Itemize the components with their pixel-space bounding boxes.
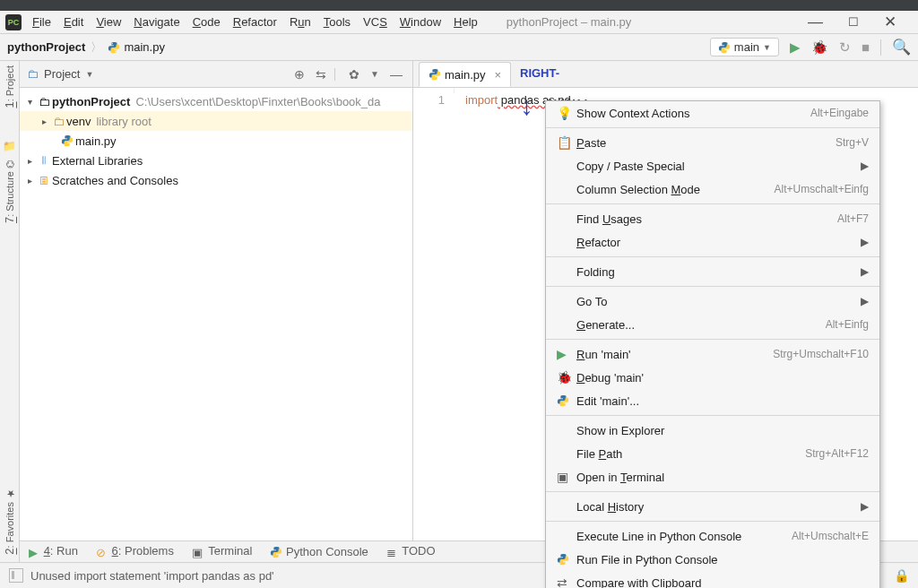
run-button-icon[interactable]: ▶ xyxy=(790,39,801,56)
status-message: Unused import statement 'import pandas a… xyxy=(30,569,274,583)
tw-problems[interactable]: ⊘ 6: Problems xyxy=(96,544,174,558)
ctx-item[interactable]: ▣Open in Terminal xyxy=(546,465,879,489)
editor-context-menu: 💡Show Context ActionsAlt+Eingabe📋PasteSt… xyxy=(545,100,880,588)
python-file-icon xyxy=(108,41,120,54)
stop-icon[interactable]: ■ xyxy=(862,39,870,55)
tree-file-main[interactable]: main.py xyxy=(20,131,412,151)
menu-vcs[interactable]: VCS xyxy=(358,13,393,31)
window-title: pythonProject – main.py xyxy=(507,15,631,29)
run-config-selector[interactable]: main▼ xyxy=(710,38,779,56)
folder-icon: 🗀 xyxy=(50,115,66,128)
ctx-item[interactable]: Show in Explorer xyxy=(546,419,879,442)
ctx-item[interactable]: Column Selection ModeAlt+Umschalt+Einfg xyxy=(546,177,879,201)
ctx-item[interactable]: 💡Show Context ActionsAlt+Eingabe xyxy=(546,101,879,125)
ctx-item[interactable]: Go To▶ xyxy=(546,290,879,313)
ctx-item[interactable]: Generate...Alt+Einfg xyxy=(546,313,879,336)
ctx-item[interactable]: ⇄Compare with Clipboard xyxy=(546,571,879,588)
debug-button-icon[interactable]: 🐞 xyxy=(811,39,828,56)
menu-help[interactable]: Help xyxy=(448,13,483,31)
chevron-down-icon[interactable]: ▼ xyxy=(85,70,93,79)
menu-view[interactable]: View xyxy=(91,13,126,31)
ctx-item[interactable]: Copy / Paste Special▶ xyxy=(546,154,879,177)
tool-window-rail-left: 1: Project 📁 7: Structure ⌬ 2: Favorites… xyxy=(0,61,20,562)
folder-icon: 📁 xyxy=(3,140,16,152)
maximize-icon[interactable]: ☐ xyxy=(848,15,859,29)
ctx-item[interactable]: File PathStrg+Alt+F12 xyxy=(546,442,879,465)
expand-all-icon[interactable]: ⇆ xyxy=(313,67,329,82)
ctx-item[interactable]: Folding▶ xyxy=(546,260,879,283)
project-tool-window: 🗀 Project ▼ ⊕ ⇆ ✿ ▼ — ▾ 🗀 pythonProject … xyxy=(20,61,412,549)
editor-tab-main[interactable]: main.py × xyxy=(419,62,511,87)
minimize-icon[interactable]: — xyxy=(808,13,823,31)
ctx-item[interactable]: 🐞Debug 'main' xyxy=(546,366,879,389)
close-icon[interactable]: × xyxy=(495,68,502,82)
menu-window[interactable]: Window xyxy=(394,13,446,31)
project-pane-header: 🗀 Project ▼ ⊕ ⇆ ✿ ▼ — xyxy=(20,61,412,88)
lock-icon[interactable]: 🔒 xyxy=(894,568,909,583)
close-icon[interactable]: ✕ xyxy=(884,13,896,31)
ctx-item[interactable]: Refactor▶ xyxy=(546,230,879,254)
folder-icon: 🗀 xyxy=(27,67,39,81)
tree-scratches[interactable]: ▸ 🗏 Scratches and Consoles xyxy=(20,170,412,190)
tw-run[interactable]: ▶ 4: Run xyxy=(29,544,78,558)
app-icon: PC xyxy=(5,14,22,30)
ctx-item[interactable]: 📋PasteStrg+V xyxy=(546,131,879,154)
menu-navigate[interactable]: Navigate xyxy=(128,13,185,31)
editor-tab-bar: main.py × xyxy=(413,61,918,88)
tw-todo[interactable]: ≣ TODO xyxy=(386,544,436,558)
project-tree: ▾ 🗀 pythonProject C:\Users\xcent\Desktop… xyxy=(20,88,412,190)
breadcrumb-file[interactable]: main.py xyxy=(124,40,165,54)
ctx-item[interactable]: Run File in Python Console xyxy=(546,548,879,571)
search-icon[interactable]: 🔍 xyxy=(892,38,911,56)
gear-icon[interactable]: ✿ xyxy=(346,67,362,82)
ctx-item[interactable]: Edit 'main'... xyxy=(546,389,879,412)
tree-root[interactable]: ▾ 🗀 pythonProject C:\Users\xcent\Desktop… xyxy=(20,91,412,111)
menu-code[interactable]: Code xyxy=(187,13,226,31)
rail-structure[interactable]: 7: Structure ⌬ xyxy=(3,160,16,223)
python-file-icon xyxy=(59,134,75,147)
breadcrumb-project[interactable]: pythonProject xyxy=(7,40,85,54)
menu-tools[interactable]: Tools xyxy=(318,13,356,31)
folder-icon: 🗀 xyxy=(36,95,52,108)
gutter: 1 xyxy=(413,88,455,93)
tw-python-console[interactable]: Python Console xyxy=(270,545,368,559)
breadcrumb-bar: pythonProject 〉 main.py main▼ ▶ 🐞 ↻ ■ 🔍 xyxy=(0,33,918,60)
coverage-icon[interactable]: ↻ xyxy=(839,39,851,56)
tree-venv[interactable]: ▸ 🗀 venv library root xyxy=(20,111,412,131)
library-icon: ⫴ xyxy=(36,153,52,168)
scratches-icon: 🗏 xyxy=(36,174,52,187)
ctx-item[interactable]: Local History▶ xyxy=(546,495,879,518)
menu-bar: PC File Edit View Navigate Code Refactor… xyxy=(0,11,918,33)
locate-icon[interactable]: ⊕ xyxy=(291,67,307,82)
hide-icon[interactable]: — xyxy=(387,67,405,82)
svg-point-1 xyxy=(116,50,117,51)
ctx-item[interactable]: Execute Line in Python ConsoleAlt+Umscha… xyxy=(546,524,879,548)
svg-point-0 xyxy=(112,43,113,44)
rail-project[interactable]: 1: Project xyxy=(3,65,16,108)
python-file-icon xyxy=(429,68,441,81)
menu-run[interactable]: Run xyxy=(284,13,316,31)
ctx-item[interactable]: Find UsagesAlt+F7 xyxy=(546,207,879,230)
tree-external-libraries[interactable]: ▸ ⫴ External Libraries xyxy=(20,151,412,170)
menu-file[interactable]: File xyxy=(27,13,56,31)
menu-refactor[interactable]: Refactor xyxy=(228,13,282,31)
ctx-item[interactable]: ▶Run 'main'Strg+Umschalt+F10 xyxy=(546,342,879,366)
menu-edit[interactable]: Edit xyxy=(58,13,89,31)
rail-favorites[interactable]: 2: Favorites ★ xyxy=(3,488,16,555)
chevron-down-icon[interactable]: ▼ xyxy=(368,69,382,79)
tw-terminal[interactable]: ▣ Terminal xyxy=(192,544,253,558)
tool-windows-toggle-icon[interactable] xyxy=(9,568,23,583)
